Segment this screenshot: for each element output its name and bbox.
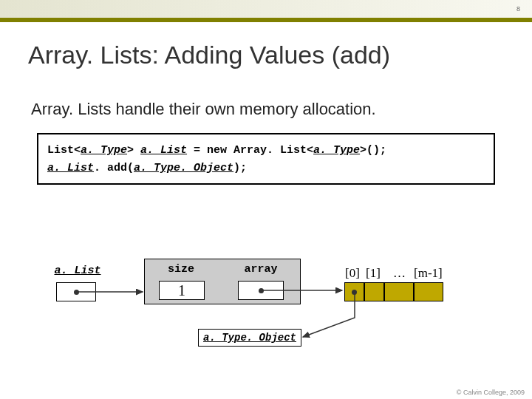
cell-m1 (414, 282, 443, 301)
slide-number: 8 (516, 5, 520, 13)
slide: 8 Array. Lists: Adding Values (add) Arra… (0, 0, 532, 399)
index-dots: … (393, 266, 406, 281)
diagram: a. List size array 1 [0] [1] … [m-1] a. … (52, 259, 495, 362)
size-label: size (155, 263, 207, 276)
pointer-dot (74, 290, 79, 295)
slide-title: Array. Lists: Adding Values (add) (28, 41, 390, 69)
pointer-dot (352, 290, 357, 295)
array-label: array (235, 263, 287, 276)
code-var: a. List (140, 144, 187, 157)
code-token: ); (233, 162, 247, 174)
code-type: a. Type (313, 144, 360, 157)
code-token: . add( (94, 162, 134, 174)
alist-label: a. List (52, 265, 103, 277)
code-box: List<a. Type> a. List = new Array. List<… (37, 133, 495, 185)
code-type: a. Type (81, 144, 127, 157)
cell-dots (384, 282, 414, 301)
code-token: = new Array. List< (187, 144, 313, 157)
index-1: [1] (366, 266, 381, 281)
code-token: > (127, 144, 140, 157)
size-value: 1 (159, 281, 205, 300)
index-m1: [m-1] (414, 266, 443, 281)
cell-1 (364, 282, 384, 301)
code-line-2: a. List. add(a. Type. Object); (47, 160, 485, 177)
accent-bar (0, 18, 532, 22)
code-token: List< (47, 144, 81, 157)
code-token: >(); (360, 144, 386, 157)
index-0: [0] (345, 266, 360, 281)
pointer-dot (259, 288, 264, 293)
object-box: a. Type. Object (198, 329, 301, 347)
code-var: a. List (47, 162, 94, 174)
header-stripe: 8 (0, 0, 532, 18)
object-label: a. Type. Object (203, 332, 296, 344)
footer: © Calvin College, 2009 (457, 389, 525, 396)
slide-subtitle: Array. Lists handle their own memory all… (31, 100, 376, 119)
code-line-1: List<a. Type> a. List = new Array. List<… (47, 142, 485, 160)
code-arg: a. Type. Object (134, 162, 233, 174)
